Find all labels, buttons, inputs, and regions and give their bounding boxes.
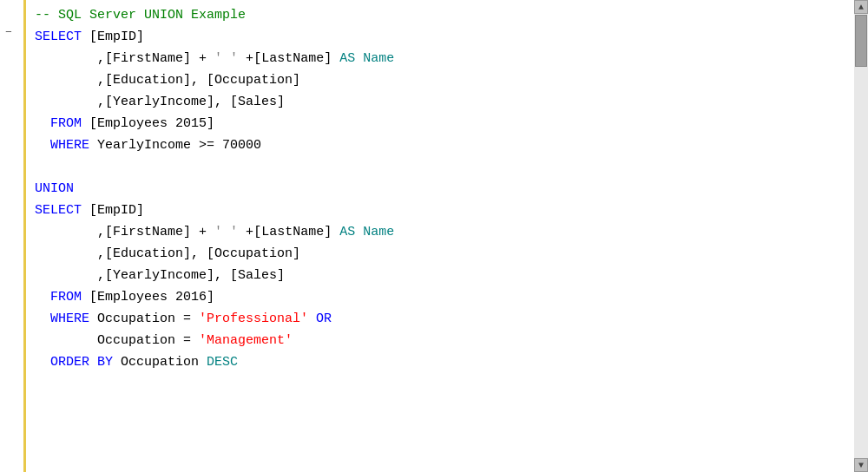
line-yearlyincome1: ,[YearlyIncome], [Sales] [35, 92, 845, 114]
line-select1: SELECT [EmpID] [35, 27, 845, 49]
code-area[interactable]: -- SQL Server UNION Example SELECT [EmpI… [26, 0, 854, 472]
editor-container: − -- SQL Server UNION Example SELECT [Em… [0, 0, 868, 472]
line-yearlyincome2: ,[YearlyIncome], [Sales] [35, 266, 845, 287]
line-where1: WHERE YearlyIncome >= 70000 [35, 135, 845, 157]
line-firstname2: ,[FirstName] + ' ' +[LastName] AS Name [35, 222, 845, 244]
line-union: UNION [35, 179, 845, 200]
scrollbar-thumb[interactable] [855, 15, 867, 67]
line-where2a: WHERE Occupation = 'Professional' OR [35, 309, 845, 331]
line-from2: FROM [Employees 2016] [35, 287, 845, 309]
line-education2: ,[Education], [Occupation] [35, 244, 845, 266]
gutter: − [0, 0, 26, 472]
line-blank [35, 157, 845, 179]
scroll-up-button[interactable]: ▲ [854, 0, 868, 14]
scroll-down-button[interactable]: ▼ [854, 458, 868, 472]
line-education1: ,[Education], [Occupation] [35, 70, 845, 92]
collapse-icon[interactable]: − [5, 26, 12, 39]
line-where2b: Occupation = 'Management' [35, 331, 845, 352]
scrollbar[interactable]: ▲ ▼ [854, 0, 868, 472]
line-select2: SELECT [EmpID] [35, 200, 845, 222]
scrollbar-track[interactable] [854, 14, 868, 458]
line-orderby: ORDER BY Occupation DESC [35, 352, 845, 374]
line-comment: -- SQL Server UNION Example [35, 5, 845, 27]
line-from1: FROM [Employees 2015] [35, 114, 845, 135]
line-firstname: ,[FirstName] + ' ' +[LastName] AS Name [35, 49, 845, 70]
